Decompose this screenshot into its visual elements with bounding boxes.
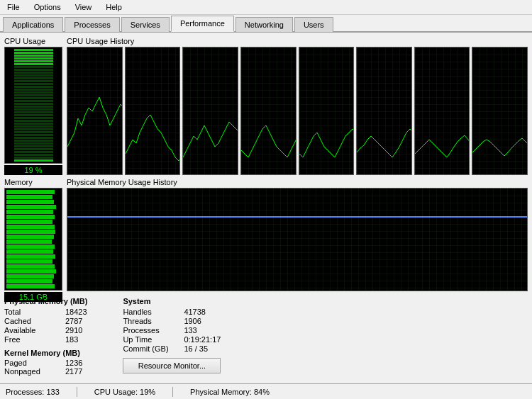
cpu-bar [14, 74, 53, 77]
tab-networking[interactable]: Networking [235, 17, 293, 32]
cpu-history-label: CPU Usage History [67, 37, 528, 45]
cpu-bar [14, 157, 53, 159]
cpu-bar [14, 69, 53, 71]
physical-memory-col: Physical Memory (MB) Total 18423 Cached … [4, 297, 87, 376]
tab-performance[interactable]: Performance [171, 16, 234, 32]
menu-options[interactable]: Options [30, 1, 65, 13]
phys-grid-svg [67, 189, 527, 291]
svg-rect-8 [67, 189, 527, 291]
cpu-graph-4 [240, 47, 297, 175]
cpu-bar [14, 140, 53, 142]
grid-svg-1 [67, 47, 122, 174]
cpu-bar [14, 72, 53, 74]
mem-bar [6, 215, 55, 219]
cpu-bar [14, 49, 53, 51]
kernel-nonpaged-key: Nonpaged [4, 367, 61, 376]
kernel-paged-key: Paged [4, 359, 61, 367]
threads-val: 1906 [184, 317, 201, 325]
cpu-bar [14, 89, 53, 91]
mem-bar [6, 220, 52, 224]
mem-bar [6, 230, 55, 234]
cpu-bar [14, 145, 53, 147]
cpu-history-graphs [67, 47, 528, 175]
tabs-bar: Applications Processes Services Performa… [0, 15, 532, 33]
cpu-bar [14, 86, 53, 88]
cpu-bar [14, 151, 53, 153]
cpu-graph-2 [125, 47, 181, 175]
cpu-bar [14, 77, 53, 79]
phys-total-row: Total 18423 [4, 308, 87, 316]
tab-processes[interactable]: Processes [65, 17, 119, 32]
cpu-bar [14, 114, 53, 116]
mem-bar [6, 210, 53, 214]
tab-services[interactable]: Services [121, 17, 170, 32]
menu-file[interactable]: File [3, 1, 24, 13]
processes-key: Processes [123, 326, 179, 335]
mem-bar [6, 245, 55, 249]
cpu-usage-label: CPU Usage [4, 37, 62, 45]
phys-total-key: Total [4, 308, 61, 316]
cpu-bar [14, 148, 53, 150]
svg-rect-2 [183, 47, 238, 174]
mem-bar [6, 205, 56, 209]
cpu-bar [14, 63, 53, 65]
grid-svg-4 [241, 47, 296, 174]
mem-bar [6, 269, 56, 274]
commit-val: 16 / 35 [184, 344, 208, 353]
phys-free-row: Free 183 [4, 335, 87, 344]
grid-svg-2 [126, 47, 180, 174]
threads-row: Threads 1906 [123, 317, 221, 325]
phys-cached-row: Cached 2787 [4, 317, 87, 325]
tab-users[interactable]: Users [294, 17, 333, 32]
system-title: System [123, 297, 221, 305]
phys-total-val: 18423 [65, 308, 87, 316]
tab-applications[interactable]: Applications [3, 17, 63, 32]
cpu-graph-8 [472, 47, 528, 175]
menu-view[interactable]: View [71, 1, 96, 13]
memory-small: Memory [4, 178, 62, 291]
cpu-bar [14, 66, 53, 68]
handles-key: Handles [123, 308, 179, 316]
svg-rect-5 [357, 47, 411, 174]
uptime-key: Up Time [123, 335, 179, 344]
kernel-paged-val: 1236 [65, 359, 82, 367]
cpu-usage-box [4, 47, 62, 164]
cpu-history-section: CPU Usage History [67, 37, 528, 175]
memory-label: Memory [4, 178, 62, 186]
cpu-bar [14, 123, 53, 125]
mem-bar [6, 195, 52, 199]
cpu-graph-6 [356, 47, 412, 175]
grid-svg-3 [183, 47, 238, 174]
cpu-graph-1 [67, 47, 123, 175]
menu-help[interactable]: Help [101, 1, 126, 13]
cpu-bar [14, 103, 53, 105]
commit-row: Commit (GB) 16 / 35 [123, 344, 221, 353]
mem-bar [6, 200, 54, 204]
phys-cached-val: 2787 [65, 317, 82, 325]
kernel-nonpaged-val: 2177 [65, 367, 82, 376]
commit-key: Commit (GB) [123, 344, 179, 353]
cpu-bar [14, 128, 53, 130]
kernel-mem-title: Kernel Memory (MB) [4, 349, 87, 357]
cpu-bar-container [5, 47, 62, 163]
phys-cached-key: Cached [4, 317, 61, 325]
cpu-bar [14, 100, 53, 102]
cpu-bar [14, 108, 53, 111]
cpu-bar [14, 111, 53, 113]
svg-rect-1 [126, 47, 180, 174]
uptime-row: Up Time 0:19:21:17 [123, 335, 221, 344]
top-section: CPU Usage [4, 37, 528, 175]
kernel-mem-block: Kernel Memory (MB) Paged 1236 Nonpaged 2… [4, 349, 87, 376]
cpu-bar [14, 137, 53, 139]
mem-bar [6, 259, 52, 264]
resource-monitor-button[interactable]: Resource Monitor... [123, 358, 221, 373]
processes-row: Processes 133 [123, 326, 221, 335]
status-divider-1 [77, 387, 77, 397]
status-processes: Processes: 133 [6, 388, 60, 396]
mem-bar [6, 235, 54, 239]
mem-bar [6, 225, 55, 229]
cpu-graph-3 [182, 47, 238, 175]
grid-svg-6 [357, 47, 411, 174]
mem-bar [6, 279, 52, 283]
cpu-bar [14, 159, 53, 162]
